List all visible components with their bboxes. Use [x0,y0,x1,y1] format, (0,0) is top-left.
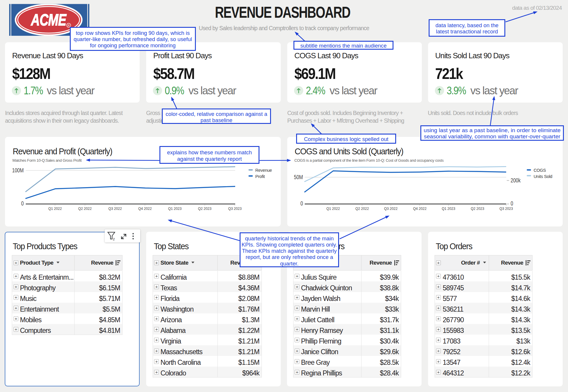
svg-text:2: 2 [113,237,115,241]
svg-text:ACME: ACME [30,10,67,29]
svg-text:R: R [67,24,70,27]
